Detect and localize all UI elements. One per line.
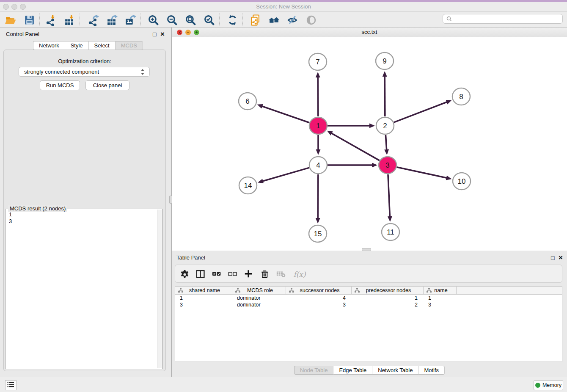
minimize-window-icon[interactable] [11,4,17,10]
export-network-icon[interactable] [87,14,99,26]
refresh-layout-icon[interactable] [226,14,239,26]
graph-node-11[interactable]: 11 [382,224,399,240]
column-header-successor-nodes[interactable]: successor nodes [286,287,352,294]
graph-node-3[interactable]: 3 [379,157,396,174]
tab-network[interactable]: Network [33,41,65,50]
network-close-icon[interactable]: x [177,30,182,35]
edge-4-14[interactable] [262,168,309,181]
table-cell[interactable]: 3 [286,301,352,308]
open-file-icon[interactable] [4,14,17,26]
select-all-icon[interactable] [211,268,223,280]
column-header-name[interactable]: name [424,287,457,294]
table-cell[interactable]: 3 [424,301,457,308]
tab-mcds[interactable]: MCDS [116,41,143,50]
edge-arrowhead [258,179,264,183]
column-header-shared-name[interactable]: shared name [175,287,232,294]
first-neighbors-icon[interactable] [267,14,280,26]
graph-node-15[interactable]: 15 [309,225,327,242]
mcds-result-list[interactable]: 13 [9,211,12,225]
edge-3-1[interactable] [331,133,379,160]
export-image-icon[interactable] [124,14,137,26]
table-tab-motifs[interactable]: Motifs [418,366,445,375]
hide-selected-icon[interactable] [286,14,299,26]
close-window-icon[interactable] [3,4,9,10]
table-cell[interactable]: 3 [175,301,232,308]
save-session-icon[interactable] [23,14,36,26]
zoom-selected-icon[interactable] [203,14,215,26]
close-panel-button[interactable]: Close panel [85,80,129,90]
edge-3-10[interactable] [396,167,447,178]
show-all-icon[interactable] [305,14,317,26]
table-row[interactable]: 3dominator323 [175,301,562,308]
split-view-icon[interactable] [195,268,206,280]
node-label: 4 [316,161,320,169]
edge-3-11[interactable] [388,174,390,217]
column-header-MCDS-role[interactable]: MCDS role [232,287,286,294]
column-type-icon [289,288,294,293]
status-menu-button[interactable] [5,380,17,390]
graph-node-1[interactable]: 1 [309,117,327,134]
import-table-icon[interactable] [63,14,76,26]
node-label: 9 [383,57,386,65]
zoom-window-icon[interactable] [20,4,26,10]
horizontal-splitter-handle[interactable] [362,248,371,251]
network-view-window: x − + scc.txt 7968124314101511 [172,28,567,251]
zoom-in-icon[interactable] [147,14,160,26]
zoom-fit-icon[interactable] [184,14,197,26]
close-panel-icon[interactable]: × [160,32,165,37]
graph-node-2[interactable]: 2 [376,117,394,134]
table-cell[interactable]: dominator [232,301,286,308]
network-zoom-icon[interactable]: + [194,30,199,35]
network-window-titlebar: x − + scc.txt [172,28,567,37]
import-network-icon[interactable] [44,14,57,26]
column-header-predecessor-nodes[interactable]: predecessor nodes [352,287,424,294]
add-column-icon[interactable] [243,268,255,280]
clone-network-icon[interactable] [249,14,261,26]
edge-4-15[interactable] [318,174,318,219]
float-panel-icon[interactable]: □ [153,32,156,37]
criterion-dropdown[interactable]: strongly connected component [19,67,150,77]
graph-node-7[interactable]: 7 [309,53,327,70]
edge-2-8[interactable] [394,102,448,123]
gear-icon[interactable] [179,268,190,280]
memory-button[interactable]: Memory [534,380,563,390]
graph-node-10[interactable]: 10 [453,173,471,190]
dropdown-chevrons-icon [139,68,146,77]
mcds-result-scrollbar[interactable] [157,210,162,368]
column-header-label: shared name [183,287,232,293]
table-close-panel-icon[interactable]: × [559,255,563,260]
deselect-all-icon[interactable] [227,268,239,280]
delete-column-icon[interactable] [259,268,271,280]
graph-node-9[interactable]: 9 [376,52,394,69]
edge-1-6[interactable] [261,106,309,122]
edge-arrowhead [446,176,452,180]
table-cell[interactable]: 4 [286,295,352,301]
graph-node-6[interactable]: 6 [239,93,256,110]
edge-2-9[interactable] [385,76,385,116]
table-cell[interactable]: 1 [352,295,424,301]
table-float-panel-icon[interactable]: □ [551,255,554,260]
network-canvas[interactable]: 7968124314101511 [172,37,567,251]
graph-node-14[interactable]: 14 [239,177,257,194]
run-mcds-button[interactable]: Run MCDS [40,80,80,90]
table-cell[interactable]: dominator [232,295,286,301]
status-bar: Memory [0,377,567,392]
table-tab-node-table[interactable]: Node Table [294,366,334,375]
tab-style[interactable]: Style [65,41,89,50]
tab-select[interactable]: Select [89,41,116,50]
edge-1-7[interactable] [318,77,318,116]
table-cell[interactable]: 2 [352,301,424,308]
search-input[interactable] [454,16,562,22]
table-tab-edge-table[interactable]: Edge Table [333,366,372,375]
graph-node-8[interactable]: 8 [452,88,470,105]
graph-node-4[interactable]: 4 [309,157,327,174]
table-row[interactable]: 1dominator411 [175,295,562,301]
table-cell[interactable]: 1 [424,295,457,301]
table-tab-network-table[interactable]: Network Table [372,366,418,375]
edge-2-3[interactable] [385,135,386,150]
export-table-icon[interactable] [105,14,118,26]
zoom-out-icon[interactable] [165,14,178,26]
network-minimize-icon[interactable]: − [185,30,191,35]
table-cell[interactable]: 1 [175,295,232,301]
search-box[interactable] [443,14,563,24]
